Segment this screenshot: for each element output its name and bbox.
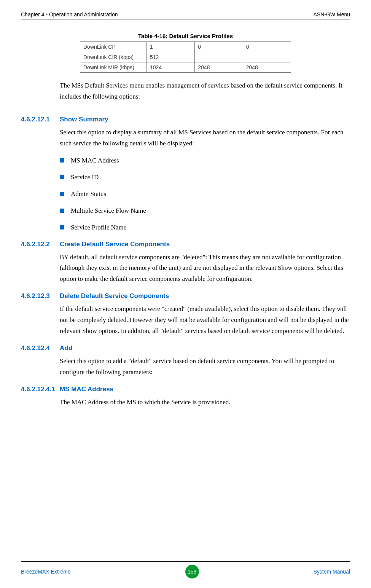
table-row: DownLink CIR (kbps) 512 [80, 52, 291, 62]
bullet-icon [60, 158, 64, 163]
section-title: Create Default Service Components [60, 241, 170, 248]
section-body: If the default service components were "… [60, 304, 350, 337]
row-value: 1 [147, 42, 195, 52]
bullet-text: Admin Status [71, 190, 106, 198]
section-heading: 4.6.2.12.3 Delete Default Service Compon… [21, 292, 350, 300]
table-title: Table 4-16: Default Service Profiles [21, 33, 350, 39]
section-body: Select this option to add a "default" se… [60, 356, 350, 378]
section-body: Select this option to display a summary … [60, 127, 350, 149]
row-label: DownLink CIR (kbps) [80, 52, 147, 62]
page-footer: BreezeMAX Extreme 153 System Manual [21, 561, 350, 578]
row-value: 2048 [243, 62, 291, 73]
row-label: DownLink CP [80, 42, 147, 52]
section-heading: 4.6.2.12.4 Add [21, 344, 350, 352]
section-number: 4.6.2.12.4.1 [21, 386, 60, 393]
header-left: Chapter 4 - Operation and Administration [21, 11, 118, 18]
intro-text: The MSs Default Services menu enables ma… [60, 80, 350, 102]
footer-rule [21, 561, 350, 562]
header-rule [21, 19, 350, 19]
section-number: 4.6.2.12.3 [21, 292, 60, 300]
row-value: 512 [147, 52, 195, 62]
bullet-text: Service Profile Name [71, 224, 126, 231]
list-item: Service ID [60, 174, 350, 181]
bullet-text: Service ID [71, 174, 99, 181]
row-value: 2048 [195, 62, 243, 73]
section-heading: 4.6.2.12.1 Show Summary [21, 116, 350, 123]
profiles-table: DownLink CP 1 0 0 DownLink CIR (kbps) 51… [80, 41, 291, 73]
section-title: Show Summary [60, 116, 108, 123]
table-row: DownLink CP 1 0 0 [80, 42, 291, 52]
section-title: MS MAC Address [60, 386, 113, 393]
row-value: 1024 [147, 62, 195, 73]
section-heading: 4.6.2.12.4.1 MS MAC Address [21, 386, 350, 393]
bullet-icon [60, 225, 64, 229]
footer-left: BreezeMAX Extreme [21, 569, 71, 575]
section-number: 4.6.2.12.1 [21, 116, 60, 123]
header-right: ASN-GW Menu [314, 11, 350, 18]
row-label: DownLink MIR (kbps) [80, 62, 147, 73]
section-title: Delete Default Service Components [60, 292, 169, 300]
section-title: Add [60, 344, 72, 352]
list-item: Admin Status [60, 190, 350, 198]
row-value: 0 [243, 42, 291, 52]
section-heading: 4.6.2.12.2 Create Default Service Compon… [21, 241, 350, 248]
bullet-text: MS MAC Address [71, 157, 119, 164]
list-item: MS MAC Address [60, 157, 350, 164]
table-row: DownLink MIR (kbps) 1024 2048 2048 [80, 62, 291, 73]
page-number-badge: 153 [185, 565, 199, 578]
list-item: Multiple Service Flow Name [60, 207, 350, 215]
section-number: 4.6.2.12.4 [21, 344, 60, 352]
bullet-icon [60, 175, 64, 179]
section-number: 4.6.2.12.2 [21, 241, 60, 248]
footer-right: System Manual [314, 569, 350, 575]
bullet-list: MS MAC Address Service ID Admin Status M… [60, 157, 350, 231]
bullet-icon [60, 209, 64, 213]
section-body: The MAC Address of the MS to which the S… [60, 397, 350, 408]
row-value [243, 52, 291, 62]
section-body: BY default, all default service componen… [60, 252, 350, 285]
row-value [195, 52, 243, 62]
bullet-icon [60, 192, 64, 196]
bullet-text: Multiple Service Flow Name [71, 207, 146, 215]
list-item: Service Profile Name [60, 224, 350, 231]
row-value: 0 [195, 42, 243, 52]
